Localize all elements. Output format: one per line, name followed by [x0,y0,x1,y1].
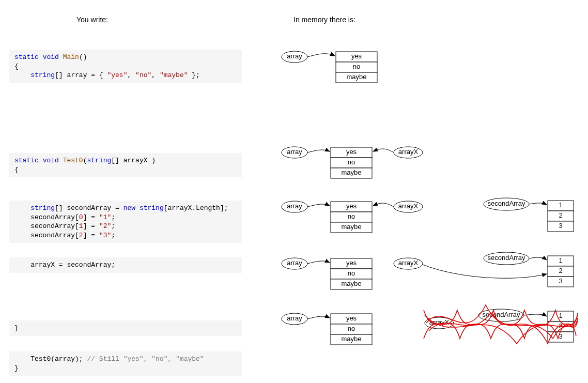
svg-text:secondArray: secondArray [488,254,525,262]
svg-text:arrayX: arrayX [398,259,419,267]
code-block-call: Test0(array); // Still "yes", "no", "may… [9,351,242,376]
diagram-row-2: array yes no maybe arrayX [282,147,423,178]
code-block-main: static void Main() { string[] array = { … [9,50,242,83]
diagram-row-4: array yes no maybe arrayX secondArray 1 … [282,252,574,289]
svg-text:array: array [287,259,302,267]
svg-text:maybe: maybe [341,335,361,343]
svg-text:2: 2 [559,211,562,219]
svg-text:no: no [348,212,355,220]
svg-text:2: 2 [559,267,562,274]
svg-text:no: no [348,158,355,166]
code-block-test0-sig: static void Test0(string[] arrayX ) { [9,153,242,177]
svg-text:no: no [348,269,355,277]
svg-text:yes: yes [351,52,362,60]
memory-diagram: array yes no maybe array yes no maybe ar… [279,0,588,383]
svg-text:yes: yes [346,314,357,322]
heading-left: You write: [76,16,108,24]
svg-text:3: 3 [559,277,562,285]
svg-text:1: 1 [559,256,562,264]
svg-text:secondArray: secondArray [488,200,525,207]
svg-text:1: 1 [559,312,562,319]
code-block-assign: arrayX = secondArray; [9,257,242,273]
svg-text:array: array [287,314,302,322]
svg-text:maybe: maybe [341,280,361,287]
svg-text:yes: yes [346,148,357,156]
svg-text:array: array [287,52,302,60]
code-block-secondarray: string[] secondArray = new string[arrayX… [9,201,242,243]
svg-text:maybe: maybe [341,223,361,231]
svg-text:secondArray: secondArray [483,311,520,318]
svg-text:yes: yes [346,259,357,267]
svg-text:arrayX: arrayX [398,202,419,210]
diagram-row-3: array yes no maybe arrayX secondArray 1 … [282,198,574,233]
svg-text:no: no [348,325,355,332]
diagram-row-5: array yes no maybe arrayX secondArray 1 … [282,305,578,345]
svg-text:maybe: maybe [341,168,361,176]
svg-text:yes: yes [346,202,357,210]
svg-text:3: 3 [559,222,562,229]
svg-text:maybe: maybe [346,73,366,81]
svg-text:1: 1 [559,201,562,209]
svg-text:no: no [353,63,360,70]
svg-text:arrayX: arrayX [398,148,419,156]
diagram-row-1: array yes no maybe [282,51,377,83]
svg-text:array: array [287,148,302,156]
code-block-close: } [9,320,242,336]
svg-text:array: array [287,202,302,210]
